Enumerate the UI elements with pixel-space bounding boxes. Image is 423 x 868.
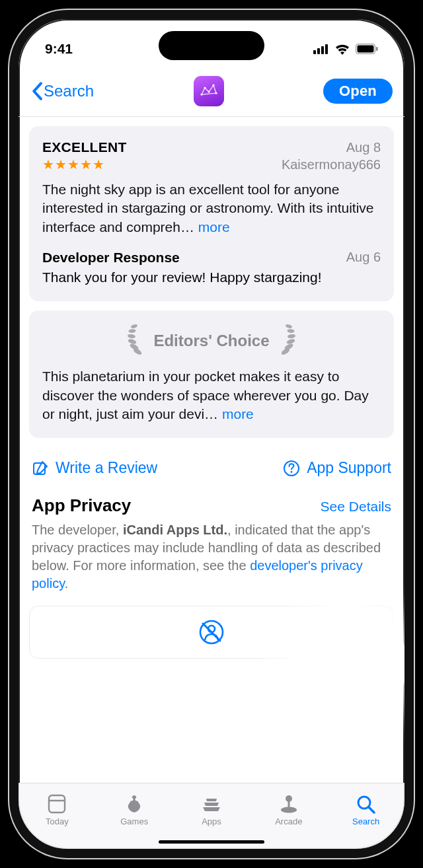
developer-name: iCandi Apps Ltd.: [123, 523, 227, 537]
svg-rect-30: [49, 795, 65, 813]
tab-bar: Today Games Apps Arcade Search: [19, 783, 404, 849]
write-review-label: Write a Review: [56, 459, 157, 477]
svg-point-33: [135, 797, 139, 801]
compose-icon: [32, 460, 49, 477]
back-button[interactable]: Search: [30, 82, 94, 100]
arcade-icon: [278, 793, 300, 814]
svg-rect-1: [317, 48, 320, 54]
review-author: Kaisermonay666: [282, 157, 381, 172]
svg-point-35: [286, 795, 292, 802]
content-area: EXCELLENT Aug 8 ★★★★★ Kaisermonay666 The…: [19, 117, 404, 789]
app-icon[interactable]: [194, 76, 224, 106]
today-icon: [46, 793, 68, 814]
tab-today-label: Today: [46, 816, 69, 826]
svg-point-10: [212, 84, 214, 86]
cellular-icon: [313, 44, 329, 54]
review-card[interactable]: EXCELLENT Aug 8 ★★★★★ Kaisermonay666 The…: [29, 126, 394, 301]
svg-point-7: [200, 93, 202, 95]
wifi-icon: [334, 44, 350, 55]
editors-choice-label: Editors' Choice: [153, 332, 269, 350]
tab-search[interactable]: Search: [327, 783, 404, 836]
svg-point-15: [128, 334, 136, 340]
svg-point-23: [285, 324, 292, 329]
developer-response-body: Thank you for your review! Happy stargaz…: [42, 268, 381, 287]
battery-icon: [356, 44, 378, 54]
review-body: The night sky app is an excellent tool f…: [42, 180, 381, 236]
review-more-link[interactable]: more: [198, 219, 230, 235]
developer-response-label: Developer Response: [42, 250, 180, 266]
back-label: Search: [44, 82, 94, 100]
app-support-button[interactable]: App Support: [283, 459, 391, 477]
tab-search-label: Search: [352, 816, 379, 826]
svg-rect-0: [313, 50, 316, 54]
search-icon: [355, 793, 377, 814]
tab-games-label: Games: [120, 816, 148, 826]
tab-apps[interactable]: Apps: [173, 783, 250, 836]
privacy-data-card[interactable]: [29, 606, 394, 659]
home-indicator[interactable]: [159, 840, 264, 844]
nav-bar: Search Open: [19, 65, 404, 117]
review-stars: ★★★★★: [42, 157, 105, 172]
question-circle-icon: [283, 460, 300, 477]
svg-rect-2: [321, 46, 324, 54]
status-time: 9:41: [45, 41, 73, 57]
apps-icon: [200, 793, 223, 814]
svg-rect-6: [376, 47, 378, 51]
svg-rect-3: [325, 44, 328, 54]
review-date: Aug 8: [346, 140, 381, 155]
svg-point-32: [130, 797, 134, 801]
tab-games[interactable]: Games: [96, 783, 173, 836]
editors-more-link[interactable]: more: [222, 406, 254, 421]
svg-point-26: [291, 471, 293, 473]
tab-arcade-label: Arcade: [275, 816, 302, 826]
tab-today[interactable]: Today: [19, 783, 96, 836]
privacy-description: The developer, iCandi Apps Ltd., indicat…: [29, 521, 394, 593]
chevron-left-icon: [30, 82, 44, 100]
svg-point-17: [131, 324, 138, 329]
svg-point-11: [215, 92, 217, 94]
app-support-label: App Support: [307, 459, 391, 477]
editors-choice-card[interactable]: Editors' Choice This planetarium in your…: [29, 310, 394, 438]
svg-point-21: [287, 334, 295, 340]
svg-point-22: [287, 329, 294, 334]
svg-point-9: [208, 90, 210, 92]
svg-line-38: [369, 807, 374, 813]
no-tracking-icon: [197, 618, 226, 647]
write-review-button[interactable]: Write a Review: [32, 459, 157, 477]
svg-point-36: [281, 807, 297, 813]
dynamic-island: [159, 31, 264, 60]
laurel-right-icon: [279, 324, 303, 358]
tab-apps-label: Apps: [202, 816, 221, 826]
svg-point-16: [129, 329, 136, 334]
app-privacy-title: App Privacy: [32, 495, 131, 516]
svg-rect-5: [358, 46, 374, 53]
editors-choice-body: This planetarium in your pocket makes it…: [42, 367, 381, 423]
tab-arcade[interactable]: Arcade: [250, 783, 327, 836]
games-icon: [123, 793, 145, 814]
svg-point-8: [204, 87, 206, 89]
open-button[interactable]: Open: [323, 79, 393, 104]
laurel-left-icon: [120, 324, 144, 358]
review-title: EXCELLENT: [42, 139, 127, 155]
developer-response-date: Aug 6: [346, 250, 381, 266]
see-details-link[interactable]: See Details: [321, 499, 391, 515]
